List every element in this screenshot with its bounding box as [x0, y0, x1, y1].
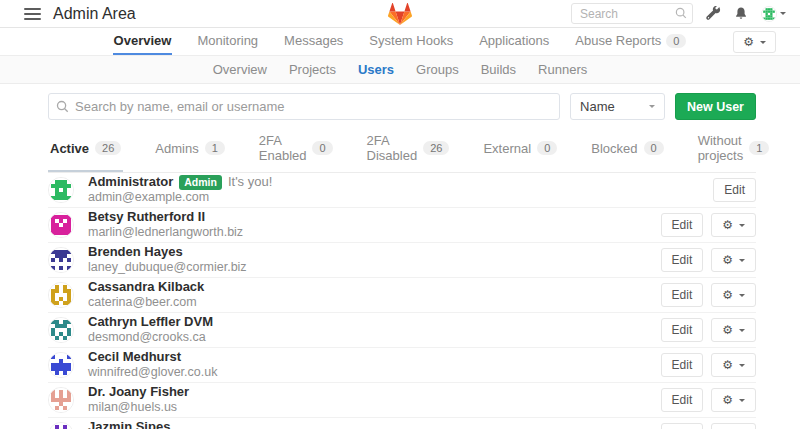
user-settings-dropdown-button[interactable]: ⚙	[711, 318, 756, 342]
filter-tab-active[interactable]: Active26	[48, 127, 123, 172]
subnav-users[interactable]: Users	[358, 62, 394, 77]
sort-dropdown[interactable]: Name	[570, 93, 665, 120]
notifications-bell-icon[interactable]	[734, 6, 748, 21]
user-name[interactable]: Cassandra Kilback	[88, 279, 204, 295]
count-badge: 0	[312, 141, 332, 155]
count-badge: 1	[205, 141, 225, 155]
avatar	[48, 352, 74, 378]
chevron-down-icon	[739, 294, 745, 297]
user-settings-dropdown-button[interactable]: ⚙	[711, 248, 756, 272]
gear-icon: ⚙	[722, 254, 733, 266]
user-settings-dropdown-button[interactable]: ⚙	[711, 423, 756, 429]
edit-user-button[interactable]: Edit	[661, 353, 704, 377]
user-email: admin@example.com	[88, 190, 272, 206]
subnav-projects[interactable]: Projects	[289, 62, 336, 77]
tab-system-hooks[interactable]: System Hooks	[368, 28, 454, 55]
tab-messages[interactable]: Messages	[283, 28, 344, 55]
edit-user-button[interactable]: Edit	[661, 283, 704, 307]
chevron-down-icon	[739, 329, 745, 332]
chevron-down-icon	[649, 105, 655, 108]
gear-icon: ⚙	[722, 219, 733, 231]
tab-abuse-reports[interactable]: Abuse Reports 0	[574, 28, 687, 55]
user-name[interactable]: Brenden Hayes	[88, 244, 183, 260]
filter-tab-admins[interactable]: Admins1	[153, 127, 226, 172]
user-settings-dropdown-button[interactable]: ⚙	[711, 353, 756, 377]
user-name[interactable]: Cecil Medhurst	[88, 349, 181, 365]
filter-tab-2fa-disabled[interactable]: 2FA Disabled26	[365, 127, 452, 172]
top-bar: Admin Area	[0, 0, 800, 28]
user-email: winnifred@glover.co.uk	[88, 365, 217, 381]
its-you-note: It's you!	[228, 174, 272, 190]
global-search	[571, 3, 693, 24]
abuse-reports-count-badge: 0	[666, 34, 686, 48]
gear-icon: ⚙	[743, 36, 754, 48]
filter-tab-blocked[interactable]: Blocked0	[589, 127, 665, 172]
user-name[interactable]: Jazmin Sipes	[88, 419, 170, 429]
sort-selected-value: Name	[580, 99, 615, 114]
edit-user-button[interactable]: Edit	[661, 248, 704, 272]
user-list: Administrator Admin It's you! admin@exam…	[48, 173, 756, 429]
user-row: Jazmin Sipes juliet.turner@leannon.co.uk…	[48, 418, 756, 429]
edit-user-button[interactable]: Edit	[661, 423, 704, 429]
filter-tab-without-projects[interactable]: Without projects1	[696, 127, 772, 172]
gitlab-logo[interactable]	[388, 2, 412, 29]
chevron-down-icon	[760, 41, 766, 44]
user-settings-dropdown-button[interactable]: ⚙	[711, 283, 756, 307]
user-name[interactable]: Cathryn Leffler DVM	[88, 314, 213, 330]
gear-icon: ⚙	[722, 289, 733, 301]
avatar	[48, 317, 74, 343]
user-name[interactable]: Betsy Rutherford II	[88, 209, 205, 225]
search-icon	[675, 7, 687, 22]
user-name[interactable]: Dr. Joany Fisher	[88, 384, 189, 400]
user-row: Cathryn Leffler DVM desmond@crooks.ca Ed…	[48, 313, 756, 348]
filter-tab-external[interactable]: External0	[481, 127, 559, 172]
edit-user-button[interactable]: Edit	[661, 213, 704, 237]
admin-settings-dropdown-button[interactable]: ⚙	[733, 31, 776, 53]
edit-user-button[interactable]: Edit	[661, 318, 704, 342]
admin-wrench-icon[interactable]	[706, 6, 721, 21]
tab-applications[interactable]: Applications	[478, 28, 550, 55]
gear-icon: ⚙	[722, 359, 733, 371]
count-badge: 26	[423, 141, 449, 155]
user-filter-tabs: Active26 Admins1 2FA Enabled0 2FA Disabl…	[48, 127, 756, 173]
current-user-avatar	[761, 6, 777, 22]
gear-icon: ⚙	[722, 324, 733, 336]
user-settings-dropdown-button[interactable]: ⚙	[711, 388, 756, 412]
chevron-down-icon	[739, 364, 745, 367]
avatar	[48, 387, 74, 413]
count-badge: 1	[749, 141, 769, 155]
avatar	[48, 247, 74, 273]
new-user-button[interactable]: New User	[675, 93, 756, 120]
user-search-input[interactable]	[48, 93, 560, 120]
user-row: Brenden Hayes laney_dubuque@cormier.biz …	[48, 243, 756, 278]
filter-tab-2fa-enabled[interactable]: 2FA Enabled0	[257, 127, 335, 172]
tab-monitoring[interactable]: Monitoring	[196, 28, 259, 55]
chevron-down-icon	[739, 399, 745, 402]
overview-sub-nav: Overview Projects Users Groups Builds Ru…	[0, 56, 800, 84]
chevron-down-icon	[739, 224, 745, 227]
page-title: Admin Area	[53, 5, 136, 23]
user-email: caterina@beer.com	[88, 295, 204, 311]
avatar	[48, 212, 74, 238]
user-row: Cassandra Kilback caterina@beer.com Edit…	[48, 278, 756, 313]
subnav-builds[interactable]: Builds	[481, 62, 516, 77]
user-row: Betsy Rutherford II marlin@lednerlangwor…	[48, 208, 756, 243]
user-search	[48, 93, 560, 120]
edit-user-button[interactable]: Edit	[661, 388, 704, 412]
avatar	[48, 422, 74, 429]
user-row: Dr. Joany Fisher milan@huels.us Edit ⚙	[48, 383, 756, 418]
subnav-groups[interactable]: Groups	[416, 62, 459, 77]
subnav-overview[interactable]: Overview	[213, 62, 267, 77]
hamburger-menu-icon[interactable]	[24, 8, 41, 20]
users-toolbar: Name New User	[48, 93, 756, 120]
count-badge: 0	[537, 141, 557, 155]
subnav-runners[interactable]: Runners	[538, 62, 587, 77]
tab-overview[interactable]: Overview	[113, 28, 173, 55]
edit-user-button[interactable]: Edit	[713, 178, 756, 202]
user-name[interactable]: Administrator	[88, 174, 173, 190]
user-email: milan@huels.us	[88, 400, 189, 416]
user-email: laney_dubuque@cormier.biz	[88, 260, 247, 276]
admin-primary-nav: Overview Monitoring Messages System Hook…	[0, 28, 800, 56]
current-user-menu[interactable]	[761, 6, 786, 22]
user-settings-dropdown-button[interactable]: ⚙	[711, 213, 756, 237]
